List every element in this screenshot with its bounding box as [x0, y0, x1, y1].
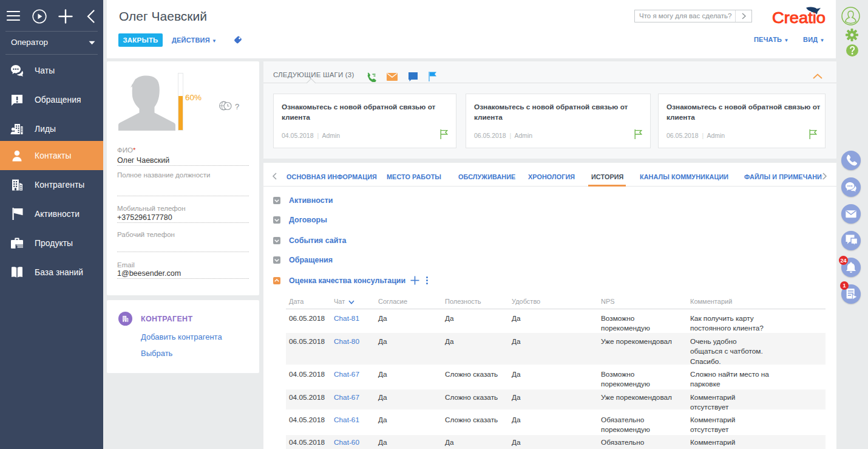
svg-text:?: ?	[235, 102, 239, 111]
